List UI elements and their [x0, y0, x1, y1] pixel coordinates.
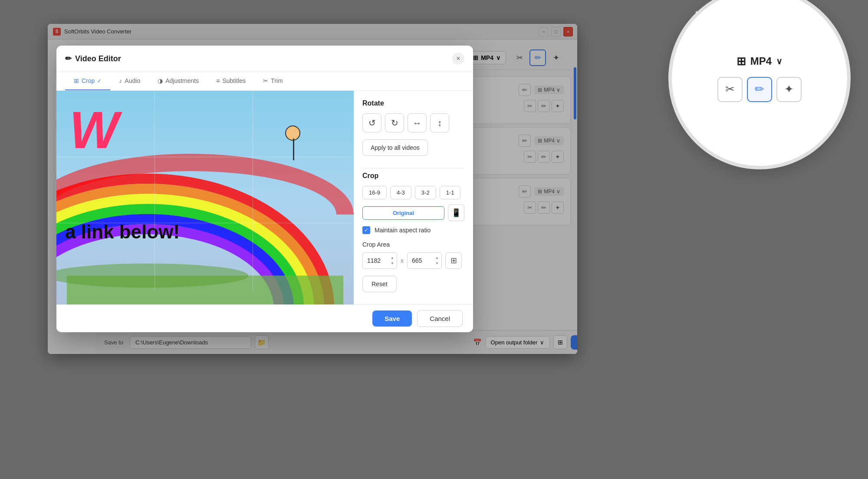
trim-tab-icon: ✂ [263, 77, 268, 84]
zoom-mp4-row: ⊞ MP4 ∨ [736, 55, 783, 68]
flip-vertical-button[interactable]: ↕ [430, 113, 449, 132]
crop-tab-icon: ⊞ [74, 77, 79, 84]
video-image: W a link below! [56, 91, 354, 308]
subtitles-tab-label: Subtitles [222, 77, 246, 84]
maintain-aspect-checkbox[interactable]: ✓ [362, 226, 370, 234]
tab-trim[interactable]: ✂ Trim [254, 72, 291, 90]
cancel-button[interactable]: Cancel [417, 310, 463, 327]
mobile-icon: 📱 [451, 208, 461, 218]
crop-tab-label: Crop [82, 77, 95, 84]
zoom-cut-button[interactable]: ✂ [717, 77, 743, 102]
zoom-cut-icon: ✂ [725, 83, 735, 96]
crop-area-section: Crop Area ▲ ▼ x [362, 241, 464, 269]
modal-overlay: ✏ Video Editor × ⊞ Crop ✓ ♪ Audio ◑ [48, 24, 577, 354]
crop-height-wrapper: ▲ ▼ [407, 252, 442, 269]
audio-tab-label: Audio [125, 77, 140, 84]
modal-title: ✏ Video Editor [65, 54, 121, 63]
video-canvas: W a link below! [56, 91, 354, 308]
rotate-right-icon: ↻ [391, 118, 398, 128]
zoom-wand-button[interactable]: ✦ [776, 77, 802, 102]
crop-checkmark: ✓ [97, 78, 102, 84]
adjustments-tab-label: Adjustments [165, 77, 199, 84]
save-button[interactable]: Save [372, 311, 412, 327]
modal-header: ✏ Video Editor × [56, 46, 473, 72]
tab-adjustments[interactable]: ◑ Adjustments [149, 72, 207, 90]
zoom-circle: ⊞ MP4 ∨ ✂ ✏ ✦ [668, 0, 851, 169]
flip-horizontal-button[interactable]: ↔ [408, 113, 427, 132]
width-increment[interactable]: ▲ [389, 255, 395, 261]
tab-subtitles[interactable]: ≡ Subtitles [207, 72, 254, 90]
character [276, 126, 310, 178]
adjustments-tab-icon: ◑ [158, 77, 163, 84]
ratio-4-3-label: 4-3 [397, 189, 405, 196]
crop-separator: x [401, 257, 404, 264]
zoom-edit-icon: ✏ [755, 83, 764, 96]
width-decrement[interactable]: ▼ [389, 261, 395, 266]
rotate-section: Rotate ↺ ↻ ↔ ↕ [362, 99, 464, 165]
modal-body: W a link below! [56, 91, 473, 325]
zoom-chevron: ∨ [776, 56, 783, 66]
app-window: S SoftOrbits Video Converter − □ × ⊞ MP4… [48, 24, 577, 354]
trim-tab-label: Trim [271, 77, 283, 84]
crop-section: Crop 16-9 4-3 3-2 [362, 172, 464, 234]
ratio-16-9-label: 16-9 [369, 189, 380, 196]
ratio-3-2-button[interactable]: 3-2 [415, 186, 436, 199]
apply-all-button[interactable]: Apply to all videos [362, 139, 428, 156]
zoom-toolbar-row: ✂ ✏ ✦ [717, 77, 802, 102]
height-decrement[interactable]: ▼ [434, 261, 440, 266]
modal-title-icon: ✏ [65, 54, 72, 63]
rotate-controls: ↺ ↻ ↔ ↕ [362, 113, 464, 132]
crop-width-wrapper: ▲ ▼ [362, 252, 397, 269]
rotate-title: Rotate [362, 99, 464, 107]
zoom-film-icon: ⊞ [736, 55, 746, 68]
height-arrows: ▲ ▼ [434, 255, 440, 266]
rotate-right-button[interactable]: ↻ [385, 113, 404, 132]
fullscreen-grid-icon: ⊞ [450, 256, 457, 265]
zoom-edit-button[interactable]: ✏ [747, 77, 772, 102]
ratio-1-1-label: 1-1 [446, 189, 454, 196]
tab-crop[interactable]: ⊞ Crop ✓ [65, 72, 110, 90]
crop-area-label: Crop Area [362, 241, 464, 248]
divider [362, 168, 464, 168]
crop-fullscreen-button[interactable]: ⊞ [445, 252, 462, 269]
video-preview-area: W a link below! [56, 91, 354, 325]
crop-ratios: 16-9 4-3 3-2 1-1 [362, 186, 464, 199]
maintain-aspect-row: ✓ Maintain aspect ratio [362, 226, 464, 234]
rotate-left-button[interactable]: ↺ [362, 113, 381, 132]
original-row: Original 📱 [362, 205, 464, 221]
body [293, 139, 294, 160]
reset-button[interactable]: Reset [362, 276, 397, 292]
flip-h-icon: ↔ [413, 118, 421, 128]
modal-title-text: Video Editor [75, 54, 121, 63]
width-arrows: ▲ ▼ [389, 255, 395, 266]
ratio-3-2-label: 3-2 [421, 189, 430, 196]
ratio-16-9-button[interactable]: 16-9 [362, 186, 387, 199]
original-button[interactable]: Original [362, 206, 444, 220]
flip-v-icon: ↕ [437, 118, 442, 128]
maintain-aspect-label: Maintain aspect ratio [375, 227, 431, 234]
modal-tabs: ⊞ Crop ✓ ♪ Audio ◑ Adjustments ≡ Subtitl… [56, 72, 473, 91]
text-link: a link below! [65, 221, 180, 243]
video-editor-modal: ✏ Video Editor × ⊞ Crop ✓ ♪ Audio ◑ [56, 46, 473, 332]
tab-audio[interactable]: ♪ Audio [110, 72, 149, 90]
zoom-mp4-label: MP4 [750, 55, 772, 67]
zoom-circle-inner: ⊞ MP4 ∨ ✂ ✏ ✦ [672, 0, 847, 166]
rotate-left-icon: ↺ [368, 118, 376, 128]
ratio-4-3-button[interactable]: 4-3 [390, 186, 411, 199]
crop-inputs: ▲ ▼ x ▲ ▼ [362, 252, 464, 269]
ratio-1-1-button[interactable]: 1-1 [440, 186, 461, 199]
subtitles-tab-icon: ≡ [216, 77, 220, 84]
zoom-wand-icon: ✦ [784, 83, 794, 96]
modal-footer: Save Cancel [56, 304, 473, 332]
mobile-view-button[interactable]: 📱 [448, 205, 464, 221]
letter-w: W [69, 104, 118, 156]
crop-title: Crop [362, 172, 464, 180]
modal-controls-panel: Rotate ↺ ↻ ↔ ↕ [354, 91, 473, 325]
modal-close-button[interactable]: × [452, 53, 464, 65]
height-increment[interactable]: ▲ [434, 255, 440, 261]
audio-tab-icon: ♪ [119, 77, 122, 84]
